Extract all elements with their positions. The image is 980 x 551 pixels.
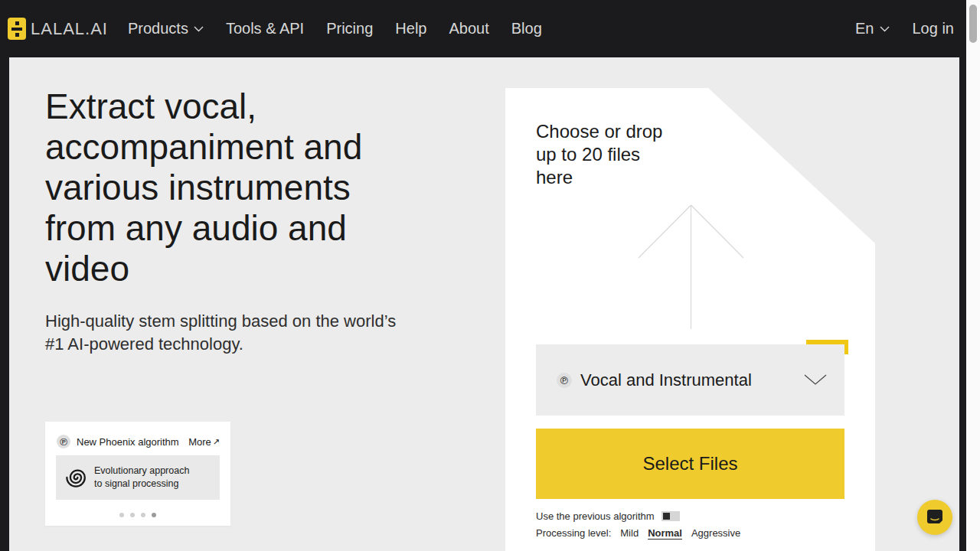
chevron-down-icon xyxy=(804,374,827,386)
promo-feature-line: to signal processing xyxy=(94,478,189,491)
previous-algorithm-label: Use the previous algorithm xyxy=(536,510,655,522)
carousel-dot[interactable] xyxy=(119,513,124,517)
carousel-dot-active[interactable] xyxy=(152,513,156,517)
promo-feature-text: Evolutionary approach to signal processi… xyxy=(94,465,189,491)
phoenix-icon: ℗ xyxy=(57,435,70,448)
page-body: Extract vocal, accompaniment and various… xyxy=(9,57,959,551)
upload-panel[interactable]: Choose or drop up to 20 files here +2 Ne… xyxy=(505,88,875,551)
hero-subtitle: High-quality stem splitting based on the… xyxy=(45,310,413,356)
chevron-down-icon xyxy=(194,26,204,32)
scrollbar-thumb[interactable] xyxy=(969,5,977,43)
carousel-dots xyxy=(45,513,230,517)
login-link[interactable]: Log in xyxy=(913,20,955,37)
chat-launcher-button[interactable] xyxy=(917,500,952,535)
processing-level-normal[interactable]: Normal xyxy=(648,527,682,539)
previous-algorithm-row: Use the previous algorithm xyxy=(536,510,680,522)
promo-card: ℗ New Phoenix algorithm More ↗ Evolution… xyxy=(45,422,230,526)
carousel-dot[interactable] xyxy=(130,513,135,517)
promo-card-header: ℗ New Phoenix algorithm More ↗ xyxy=(57,435,220,448)
processing-level-mild[interactable]: Mild xyxy=(620,527,639,539)
previous-algorithm-toggle[interactable] xyxy=(662,511,680,521)
promo-more-link[interactable]: More ↗ xyxy=(188,436,220,448)
nav-item-label: Products xyxy=(128,20,188,37)
nav-item-pricing[interactable]: Pricing xyxy=(326,20,373,37)
dropzone-text: Choose or drop up to 20 files here xyxy=(536,120,678,189)
chevron-down-icon xyxy=(880,26,890,32)
nav-right: En Log in xyxy=(855,20,954,37)
brand-logo-icon xyxy=(8,18,26,40)
promo-feature[interactable]: Evolutionary approach to signal processi… xyxy=(56,455,220,500)
hero-title-line: video xyxy=(45,249,362,289)
top-nav: LALAL.AI Products Tools & API Pricing He… xyxy=(0,0,966,57)
spiral-icon xyxy=(63,465,89,491)
select-files-button[interactable]: Select Files xyxy=(536,429,844,499)
toggle-knob xyxy=(663,513,670,520)
stem-type-value: Vocal and Instrumental xyxy=(580,370,752,390)
chat-bubble-icon xyxy=(925,507,945,527)
brand-name: LALAL.AI xyxy=(31,19,108,39)
nav-menu: Products Tools & API Pricing Help About … xyxy=(128,20,542,37)
hero-title-line: various instruments xyxy=(45,168,362,208)
promo-feature-line: Evolutionary approach xyxy=(94,465,189,478)
scrollbar-track[interactable] xyxy=(966,0,980,551)
hero-title-line: accompaniment and xyxy=(45,127,362,168)
arrow-up-right-icon: ↗ xyxy=(213,437,220,447)
nav-item-blog[interactable]: Blog xyxy=(511,20,542,37)
nav-item-label: Help xyxy=(395,20,426,37)
language-selector[interactable]: En xyxy=(855,20,889,37)
nav-item-products[interactable]: Products xyxy=(128,20,204,37)
processing-level-label: Processing level: xyxy=(536,527,611,539)
carousel-dot[interactable] xyxy=(141,513,145,517)
nav-item-help[interactable]: Help xyxy=(395,20,426,37)
nav-item-label: About xyxy=(449,20,488,37)
upload-arrow-icon xyxy=(635,201,746,331)
promo-title: New Phoenix algorithm xyxy=(77,436,179,448)
processing-level-aggressive[interactable]: Aggressive xyxy=(691,527,740,539)
nav-item-about[interactable]: About xyxy=(449,20,488,37)
stem-type-dropdown[interactable]: ℗ Vocal and Instrumental xyxy=(536,344,844,416)
nav-item-label: Blog xyxy=(511,20,542,37)
hero-title-line: from any audio and xyxy=(45,208,362,249)
nav-item-label: Pricing xyxy=(326,20,373,37)
brand-logo[interactable]: LALAL.AI xyxy=(8,18,108,40)
hero-title: Extract vocal, accompaniment and various… xyxy=(45,86,362,289)
hero-title-line: Extract vocal, xyxy=(45,86,362,127)
nav-item-tools-api[interactable]: Tools & API xyxy=(226,20,304,37)
phoenix-icon: ℗ xyxy=(557,373,572,388)
promo-more-label: More xyxy=(188,436,211,448)
nav-item-label: Tools & API xyxy=(226,20,304,37)
processing-level-row: Processing level: Mild Normal Aggressive xyxy=(536,527,740,539)
language-label: En xyxy=(855,20,874,37)
